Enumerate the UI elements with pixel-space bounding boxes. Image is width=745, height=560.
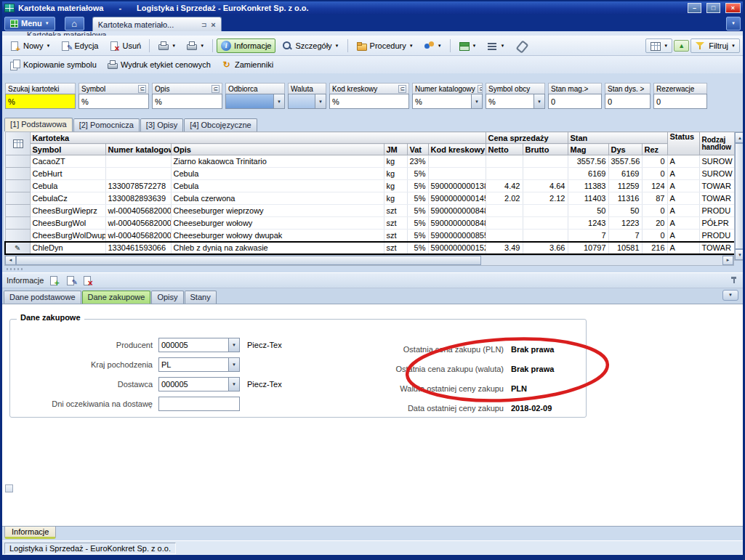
cell-status[interactable]: A [667,168,699,180]
cell-kod[interactable]: 5900000000848 [428,205,486,217]
cell-numer[interactable] [105,168,171,180]
filter-button[interactable]: Filtruj ▼ [690,38,740,53]
column-header-numer-katalogowy[interactable]: Numer katalogowy [105,144,171,155]
tab-close-icon[interactable]: × [211,20,215,29]
combobox-dropdown-button[interactable]: ▼ [273,94,284,108]
cell-opis[interactable]: Cheeseburger wołowy [171,217,384,230]
cell-brutto[interactable]: 3.66 [523,242,568,254]
combobox-dropdown-button[interactable]: ▼ [533,94,544,108]
cell-vat[interactable]: 5% [407,230,428,242]
scroll-left-arrow[interactable]: ◄ [5,256,16,265]
combobox-dropdown-button[interactable]: ▼ [228,378,239,391]
cell-kod[interactable] [428,155,486,168]
producent-combobox[interactable]: 000005 ▼ [158,338,240,352]
cell-status[interactable]: A [667,155,699,168]
cell-rodzaj[interactable]: PRODU [699,230,735,242]
scroll-right-arrow[interactable]: ► [722,256,733,265]
tab-opisy-info[interactable]: Opisy [151,291,183,304]
cell-numer[interactable]: wl-0004056820002 [105,217,171,230]
cell-rez[interactable]: 0 [642,230,667,242]
cell-opis[interactable]: Cebula [171,168,384,180]
filter-column-header[interactable]: Szukaj kartoteki [5,83,76,94]
cell-kod[interactable]: 5900000000152 [428,242,486,254]
pin-icon[interactable] [730,276,738,285]
cell-dys[interactable]: 11259 [608,180,642,192]
informacje-toggle-button[interactable]: i Informacje [217,38,275,53]
column-header-rodzaj-handlowy[interactable]: Rodzaj handlow [699,132,735,155]
column-header-status[interactable]: Status [667,132,699,155]
cell-numer[interactable]: wl-0004056820001 [105,205,171,217]
symbol-obcy-combobox[interactable]: % ▼ [486,94,545,109]
row-selector[interactable] [5,180,30,192]
attachments-button[interactable] [511,38,531,53]
cell-opis[interactable]: Cebula czerwona [171,192,384,205]
print-price-labels-button[interactable]: Wydruk etykiet cenowych [102,57,215,72]
cell-dys[interactable]: 7 [608,230,642,242]
cell-dys[interactable]: 11316 [608,192,642,205]
home-button[interactable]: ⌂ [65,17,84,31]
cell-rodzaj[interactable]: TOWAR [699,180,735,192]
cell-symbol[interactable]: CheesBurgWolDwup [30,230,105,242]
pin-icon[interactable]: ⊐ [201,21,207,28]
numer-katalogowy-combobox[interactable]: % ▼ [412,94,483,109]
table-row[interactable]: Cebula1330078572278Cebulakg5%59000000001… [5,180,735,192]
options-button[interactable]: ▼ [483,38,510,53]
table-row[interactable]: CebulaCz1330082893639Cebula czerwonakg5%… [5,192,735,205]
cell-numer[interactable]: 1330078572278 [105,180,171,192]
filter-column-header[interactable]: Odbiorca [225,83,285,94]
panel-handle-icon[interactable] [5,484,13,492]
cell-netto[interactable]: 3.49 [486,242,523,254]
scroll-track[interactable] [481,256,722,265]
cell-mag[interactable]: 7 [568,230,608,242]
row-selector[interactable] [5,168,30,180]
cell-dys[interactable]: 6169 [608,168,642,180]
cell-jm[interactable]: szt [384,242,407,254]
filter-column-header[interactable]: Opis ⊆ [152,83,222,94]
stan-dys-filter-input[interactable] [605,94,651,109]
odbiorca-combobox[interactable]: ▼ [225,94,285,109]
column-header-vat[interactable]: Vat [407,144,428,155]
cell-symbol[interactable]: CheesBurgWieprz [30,205,105,217]
cell-vat[interactable]: 5% [407,192,428,205]
cell-rodzaj[interactable]: SUROW [699,155,735,168]
cell-brutto[interactable] [523,168,568,180]
cell-vat[interactable]: 5% [407,217,428,230]
procedures-button[interactable]: Procedury ▼ [352,38,418,53]
contains-operator-icon[interactable]: ⊆ [138,85,146,93]
dni-oczekiwania-input[interactable] [158,397,240,411]
column-header-brutto[interactable]: Brutto [523,144,568,155]
cell-symbol[interactable]: CheesBurgWol [30,217,105,230]
cell-rodzaj[interactable]: PÓŁPR [699,217,735,230]
filter-column-header[interactable]: Kod kreskowy ⊆ [329,83,409,94]
symbol-filter-input[interactable] [78,94,149,109]
cell-brutto[interactable]: 2.12 [523,192,568,205]
column-header-mag[interactable]: Mag [568,144,608,155]
filter-column-header[interactable]: Symbol obcy [486,83,545,94]
row-selector[interactable] [5,155,30,168]
edit-button[interactable]: Edycja [56,38,102,53]
cell-vat[interactable]: 5% [407,168,428,180]
cell-numer[interactable]: 1330082893639 [105,192,171,205]
cell-status[interactable]: A [667,192,699,205]
combobox-dropdown-button[interactable]: ▼ [228,338,239,352]
columns-button[interactable]: ▼ [645,38,672,53]
cell-rez[interactable]: 87 [642,192,667,205]
cell-brutto[interactable] [523,230,568,242]
cell-numer[interactable] [105,155,171,168]
cell-mag[interactable]: 10797 [568,242,608,254]
scroll-down-arrow[interactable]: ▼ [735,249,745,260]
bottom-tab-informacje[interactable]: Informacje [4,527,56,539]
cell-jm[interactable]: szt [384,217,407,230]
contains-operator-icon[interactable]: ⊆ [478,85,483,93]
cell-jm[interactable]: szt [384,205,407,217]
cell-kod[interactable]: 5900000000138 [428,180,486,192]
tab-stany[interactable]: Stany [185,291,217,304]
row-selector[interactable] [5,205,30,217]
group-header-kartoteka[interactable]: Kartoteka [30,132,486,144]
cell-dys[interactable]: 1223 [608,217,642,230]
cell-vat[interactable]: 5% [407,180,428,192]
collapse-panel-button[interactable]: ▲ [674,40,689,52]
column-header-kod-kreskowy[interactable]: Kod kreskowy [428,144,486,155]
info-add-button[interactable] [47,274,60,286]
table-row[interactable]: ✎ChleDyn1330461593066Chleb z dynią na za… [5,242,735,254]
